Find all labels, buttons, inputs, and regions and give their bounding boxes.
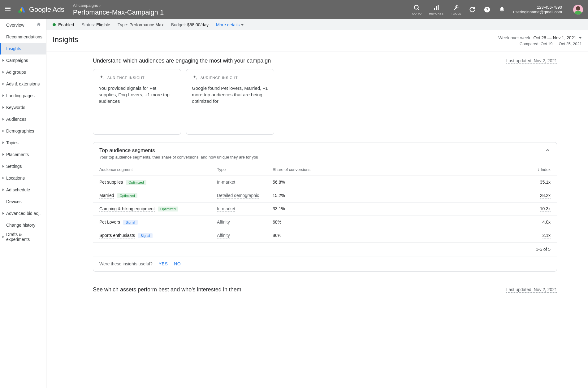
date-range-picker[interactable]: Oct 26 — Nov 1, 2021: [533, 35, 582, 40]
sidebar-item-keywords[interactable]: Keywords: [0, 102, 46, 113]
more-details-button[interactable]: More details: [216, 22, 244, 27]
insight-card-0[interactable]: AUDIENCE INSIGHT You provided signals fo…: [93, 69, 181, 135]
segment-name[interactable]: Sports enthusiasts: [99, 233, 135, 238]
insight-card-header: AUDIENCE INSIGHT: [99, 75, 175, 81]
segment-type[interactable]: Affinity: [217, 220, 230, 225]
sidebar-item-drafts-experiments[interactable]: Drafts & experiments: [0, 231, 46, 243]
segment-name[interactable]: Married: [99, 193, 114, 198]
user-phone: 123-456-7890: [513, 5, 562, 10]
sidebar-item-ad-groups[interactable]: Ad groups: [0, 66, 46, 78]
breadcrumb-top[interactable]: All campaigns ›: [73, 3, 412, 8]
sidebar-item-label: Drafts & experiments: [6, 232, 41, 242]
insight-card-label: AUDIENCE INSIGHT: [107, 76, 145, 80]
sidebar-item-overview[interactable]: Overview: [0, 19, 46, 31]
notifications-button[interactable]: [498, 6, 506, 13]
segment-name-cell: Pet supplies Optimized: [99, 180, 217, 185]
segment-index-cell: 2.1x: [341, 233, 551, 238]
svg-rect-7: [438, 5, 439, 10]
col-type[interactable]: Type: [217, 167, 273, 172]
svg-rect-5: [434, 8, 435, 10]
sidebar-item-label: Locations: [6, 176, 25, 181]
segment-type[interactable]: Detailed demographic: [217, 193, 259, 198]
sidebar-item-label: Campaigns: [6, 58, 28, 63]
sidebar-item-recommendations[interactable]: Recommendations: [0, 31, 46, 43]
logo-text: Google Ads: [29, 6, 64, 14]
sidebar-item-label: Ad groups: [6, 70, 26, 75]
dropdown-icon: [579, 37, 582, 39]
segment-badge: Optimized: [117, 193, 137, 198]
sidebar-item-campaigns[interactable]: Campaigns: [0, 54, 46, 66]
collapse-button[interactable]: [545, 147, 551, 155]
avatar[interactable]: [573, 5, 583, 15]
segment-name[interactable]: Pet supplies: [99, 180, 123, 185]
sidebar-item-topics[interactable]: Topics: [0, 137, 46, 149]
segments-header: Top audience segments Your top audience …: [93, 142, 557, 163]
segment-type[interactable]: Affinity: [217, 233, 230, 238]
sidebar-item-locations[interactable]: Locations: [0, 172, 46, 184]
sidebar-item-demographics[interactable]: Demographics: [0, 125, 46, 137]
sidebar-item-advanced-bid-adj-[interactable]: Advanced bid adj.: [0, 207, 46, 219]
svg-point-3: [414, 5, 418, 9]
segment-type-cell: Detailed demographic: [217, 193, 273, 198]
table-row: Sports enthusiasts Signal Affinity 86% 2…: [93, 229, 557, 242]
breadcrumb-title: Perfomance-Max-Campaign 1: [73, 8, 412, 16]
tools-button[interactable]: TOOLS: [451, 4, 461, 15]
status-dot-icon: [53, 23, 56, 26]
header-actions: GO TO REPORTS TOOLS ? 123-456-7890 userl…: [412, 4, 583, 15]
table-row: Camping & hiking equipment Optimized In-…: [93, 203, 557, 216]
sidebar-item-label: Topics: [6, 140, 19, 145]
segment-share: 15.2%: [273, 193, 341, 198]
table-row: Married Optimized Detailed demographic 1…: [93, 189, 557, 203]
bar-chart-icon: [429, 4, 444, 11]
col-index[interactable]: ↓ Index: [341, 167, 551, 172]
sidebar-item-insights[interactable]: Insights: [0, 43, 46, 54]
segment-type-cell: Affinity: [217, 220, 273, 225]
sidebar-item-label: Landing pages: [6, 93, 35, 98]
sidebar-item-ads-extensions[interactable]: Ads & extensions: [0, 78, 46, 90]
sidebar-item-settings[interactable]: Settings: [0, 160, 46, 172]
col-segment[interactable]: Audience segment: [99, 167, 217, 172]
sidebar-item-audiences[interactable]: Audiences: [0, 113, 46, 125]
reports-button[interactable]: REPORTS: [429, 4, 444, 15]
segment-badge: Signal: [138, 233, 153, 238]
sidebar-item-label: Ad schedule: [6, 187, 30, 192]
status-enabled: Enabled: [53, 22, 74, 27]
sparkle-icon: [192, 75, 197, 81]
segment-name[interactable]: Pet Lovers: [99, 220, 120, 225]
sidebar-item-change-history[interactable]: Change history: [0, 219, 46, 231]
svg-line-4: [418, 9, 419, 10]
logo[interactable]: Google Ads: [17, 5, 64, 14]
segment-type[interactable]: In-market: [217, 180, 235, 185]
user-info: 123-456-7890 userloginname@gmail.com: [513, 5, 562, 14]
sidebar-item-placements[interactable]: Placements: [0, 149, 46, 160]
svg-rect-6: [436, 6, 437, 10]
sidebar-item-label: Change history: [6, 223, 35, 228]
sidebar-item-label: Devices: [6, 199, 22, 204]
segment-share: 33.1%: [273, 206, 341, 212]
goto-button[interactable]: GO TO: [412, 4, 422, 15]
segment-type[interactable]: In-market: [217, 206, 235, 212]
insight-card-body: You provided signals for Pet supplies, D…: [99, 85, 175, 104]
segment-badge: Optimized: [158, 207, 178, 211]
sidebar-item-landing-pages[interactable]: Landing pages: [0, 90, 46, 102]
sidebar-item-label: Overview: [6, 23, 24, 28]
segment-name[interactable]: Camping & hiking equipment: [99, 206, 155, 212]
segment-index: 35.1x: [540, 180, 551, 185]
segments-title: Top audience segments: [99, 147, 258, 154]
feedback-no-button[interactable]: NO: [174, 261, 181, 266]
segment-index-cell: 35.1x: [341, 180, 551, 185]
wrench-icon: [451, 4, 461, 11]
insight-card-header: AUDIENCE INSIGHT: [192, 75, 268, 81]
segment-index-cell: 4.0x: [341, 220, 551, 225]
help-button[interactable]: ?: [483, 6, 491, 13]
segment-index: 10.3x: [540, 206, 551, 212]
col-share[interactable]: Share of conversions: [273, 167, 341, 172]
status-type: Type: Performance Max: [118, 22, 164, 27]
refresh-button[interactable]: [469, 6, 476, 13]
insight-card-1[interactable]: AUDIENCE INSIGHT Google found Pet lovers…: [186, 69, 274, 135]
sidebar-item-label: Ads & extensions: [6, 81, 40, 86]
sidebar-item-ad-schedule[interactable]: Ad schedule: [0, 184, 46, 196]
sidebar-item-devices[interactable]: Devices: [0, 196, 46, 207]
feedback-yes-button[interactable]: YES: [159, 261, 168, 266]
menu-icon[interactable]: [5, 6, 12, 13]
